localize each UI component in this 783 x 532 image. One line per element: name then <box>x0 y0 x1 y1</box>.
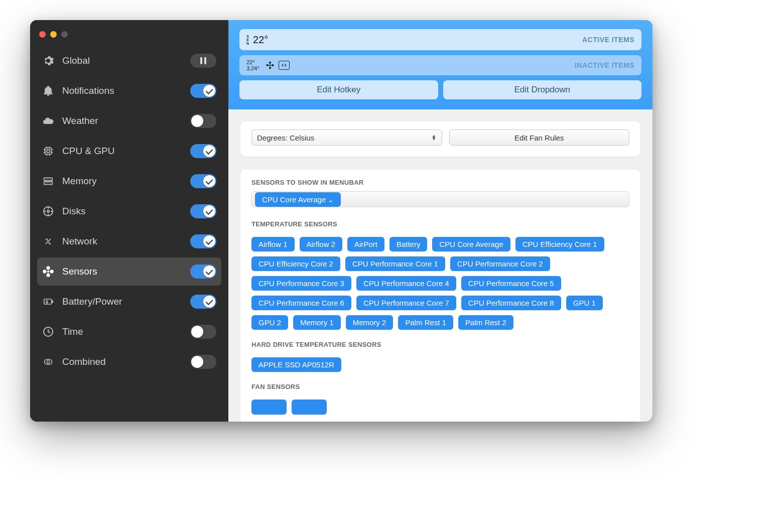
sidebar: Global Notifications Weather <box>30 20 228 422</box>
sensor-chip[interactable]: Memory 1 <box>293 315 341 330</box>
sensor-chip[interactable]: Memory 2 <box>346 315 394 330</box>
disk-icon <box>41 204 55 218</box>
menubar-sensors-title: SENSORS TO SHOW IN MENUBAR <box>251 179 629 186</box>
battery-icon <box>41 295 55 309</box>
svg-rect-3 <box>44 182 53 185</box>
combined-toggle[interactable] <box>190 355 216 369</box>
sidebar-item-memory[interactable]: Memory <box>37 167 221 195</box>
edit-dropdown-button[interactable]: Edit Dropdown <box>443 80 642 99</box>
battery-toggle[interactable] <box>190 295 216 309</box>
mini-expand-icon <box>279 60 290 71</box>
pause-button[interactable] <box>190 54 216 68</box>
degrees-select-value: Degrees: Celsius <box>257 134 314 142</box>
mini-temp-values: 22° 3,24° <box>246 59 259 71</box>
weather-toggle[interactable] <box>190 114 216 128</box>
nav-list: Global Notifications Weather <box>30 47 228 378</box>
sensor-chip[interactable] <box>251 400 287 415</box>
sensor-chip[interactable]: CPU Performance Core 6 <box>251 296 351 310</box>
edit-buttons-row: Edit Hotkey Edit Dropdown <box>239 80 641 99</box>
svg-point-5 <box>47 210 49 212</box>
sidebar-item-label: Memory <box>62 176 190 187</box>
sensor-chip[interactable]: CPU Performance Core 7 <box>356 296 456 310</box>
sidebar-item-label: Combined <box>62 356 190 367</box>
sidebar-item-network[interactable]: Network <box>37 227 221 255</box>
sidebar-item-disks[interactable]: Disks <box>37 197 221 225</box>
close-icon[interactable] <box>39 31 46 38</box>
cpu-gpu-toggle[interactable] <box>190 144 216 158</box>
sensor-chip[interactable]: APPLE SSD AP0512R <box>251 357 341 372</box>
hdd-sensors-group: APPLE SSD AP0512R <box>251 357 629 372</box>
sidebar-item-battery[interactable]: Battery/Power <box>37 288 221 316</box>
gear-icon <box>41 54 55 68</box>
menubar-sensors-bar[interactable]: CPU Core Average <box>251 191 629 207</box>
cloud-icon <box>41 114 55 128</box>
bell-icon <box>41 84 55 98</box>
sidebar-item-global[interactable]: Global <box>37 47 221 75</box>
sidebar-item-label: Battery/Power <box>62 296 190 307</box>
temperature-sensors-group: Airflow 1Airflow 2AirPortBatteryCPU Core… <box>251 237 629 330</box>
mini-fan-icon <box>265 60 276 71</box>
sidebar-item-combined[interactable]: Combined <box>37 348 221 376</box>
menubar-sensor-chip[interactable]: CPU Core Average <box>255 192 341 207</box>
sensor-chip[interactable]: CPU Performance Core 5 <box>461 276 561 291</box>
sensor-chip[interactable]: CPU Performance Core 2 <box>450 256 550 271</box>
zoom-icon[interactable] <box>61 31 68 38</box>
settings-content: Degrees: Celsius ▲▼ Edit Fan Rules SENSO… <box>228 109 652 422</box>
sidebar-item-time[interactable]: Time <box>37 318 221 346</box>
svg-rect-0 <box>45 148 52 155</box>
svg-rect-1 <box>47 150 50 153</box>
sidebar-item-sensors[interactable]: Sensors <box>37 257 221 286</box>
hdd-sensors-title: HARD DRIVE TEMPERATURE SENSORS <box>251 341 629 348</box>
sensor-chip[interactable]: Palm Rest 1 <box>398 315 453 330</box>
sensor-chip[interactable]: CPU Performance Core 3 <box>251 276 351 291</box>
edit-hotkey-button[interactable]: Edit Hotkey <box>239 80 438 99</box>
degrees-select[interactable]: Degrees: Celsius ▲▼ <box>251 129 442 146</box>
sensor-chip[interactable]: CPU Performance Core 4 <box>356 276 456 291</box>
sensor-chip[interactable]: CPU Core Average <box>432 237 510 251</box>
sensor-chip[interactable]: Airflow 2 <box>300 237 343 251</box>
menubar-preview-header: S E N 22° ACTIVE ITEMS 22° 3,24° <box>228 20 652 109</box>
fan-sensors-title: FAN SENSORS <box>251 383 629 390</box>
sidebar-item-label: Network <box>62 236 190 247</box>
temperature-sensors-title: TEMPERATURE SENSORS <box>251 220 629 228</box>
notifications-toggle[interactable] <box>190 84 216 98</box>
memory-icon <box>41 174 55 188</box>
sensor-chip[interactable]: Palm Rest 2 <box>458 315 513 330</box>
sensors-card: SENSORS TO SHOW IN MENUBAR CPU Core Aver… <box>240 170 640 422</box>
sensor-chip[interactable]: CPU Efficiency Core 1 <box>515 237 604 251</box>
sidebar-item-label: Global <box>62 55 190 66</box>
pause-icon <box>200 57 206 64</box>
sensor-chip[interactable]: Airflow 1 <box>251 237 295 251</box>
sidebar-item-label: Weather <box>62 115 190 126</box>
sidebar-item-label: Time <box>62 326 190 337</box>
fan-icon <box>41 264 55 279</box>
time-toggle[interactable] <box>190 325 216 339</box>
sensor-chip[interactable]: CPU Performance Core 1 <box>345 256 445 271</box>
sensor-chip[interactable]: CPU Efficiency Core 2 <box>251 256 340 271</box>
sensor-chip[interactable]: AirPort <box>347 237 384 251</box>
sensors-toggle[interactable] <box>190 264 216 279</box>
svg-point-12 <box>269 64 271 66</box>
inactive-items-bar[interactable]: 22° 3,24° INACTIVE ITEMS <box>239 55 641 75</box>
memory-toggle[interactable] <box>190 174 216 188</box>
disks-toggle[interactable] <box>190 204 216 218</box>
chip-icon <box>41 144 55 158</box>
sensor-chip[interactable]: CPU Performance Core 8 <box>461 296 561 310</box>
sidebar-item-notifications[interactable]: Notifications <box>37 77 221 105</box>
main-panel: S E N 22° ACTIVE ITEMS 22° 3,24° <box>228 20 652 422</box>
sensor-chip[interactable]: GPU 2 <box>251 315 288 330</box>
network-toggle[interactable] <box>190 234 216 248</box>
svg-rect-2 <box>44 178 53 181</box>
active-items-label: ACTIVE ITEMS <box>582 36 634 44</box>
preferences-window: Global Notifications Weather <box>30 20 652 422</box>
active-items-bar[interactable]: S E N 22° ACTIVE ITEMS <box>239 29 641 50</box>
sensor-chip[interactable] <box>292 400 327 415</box>
sensor-chip[interactable]: GPU 1 <box>566 296 603 310</box>
minimize-icon[interactable] <box>50 31 57 38</box>
active-temp-value: 22° <box>253 34 268 46</box>
sensor-chip[interactable]: Battery <box>389 237 428 251</box>
sidebar-item-weather[interactable]: Weather <box>37 107 221 135</box>
edit-fan-rules-button[interactable]: Edit Fan Rules <box>449 129 630 146</box>
sidebar-item-label: CPU & GPU <box>62 146 190 157</box>
sidebar-item-cpu-gpu[interactable]: CPU & GPU <box>37 137 221 165</box>
